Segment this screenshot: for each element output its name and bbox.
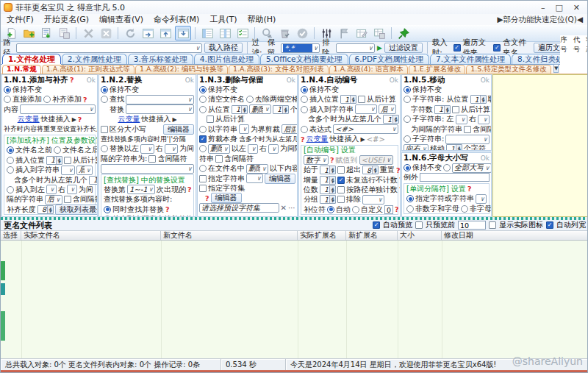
p1-direct-radio[interactable]: [4, 96, 11, 103]
p3-inname-radio[interactable]: [199, 165, 207, 172]
col-new-ext[interactable]: 新扩展名: [346, 231, 398, 240]
p4-exclude-combobox[interactable]: ∨: [362, 195, 384, 205]
p3-specstr-checkbox[interactable]: [199, 175, 207, 182]
filter-apply-icon[interactable]: ▶: [377, 44, 382, 51]
p2-sepvalue-combobox[interactable]: ∨: [101, 164, 194, 174]
p5-left-combobox[interactable]: ∨: [456, 115, 467, 124]
tab-pdf[interactable]: 6.PDF文档属性处理: [349, 54, 429, 64]
p3-preset-combobox[interactable]: 请选择预设字符集: [199, 203, 279, 213]
p3-del2-combobox[interactable]: 删除∨: [208, 144, 230, 154]
p3-editor2-button[interactable]: 编辑器: [211, 193, 242, 203]
exclude-filter-combobox[interactable]: ∨: [336, 43, 375, 53]
help-icon[interactable]: ?: [187, 185, 192, 193]
p5-right-combobox[interactable]: ∨: [478, 115, 490, 124]
p3-keep-radio[interactable]: [199, 86, 207, 93]
p5-sub3-radio[interactable]: [404, 135, 411, 143]
p6-case-combobox[interactable]: 全部大写∨: [452, 163, 492, 173]
p4-over-checkbox[interactable]: [337, 166, 345, 174]
p1-padlen-spinner[interactable]: 8: [37, 205, 54, 214]
subtab-specific[interactable]: 1.S.特定类型文件名修改: [466, 65, 551, 74]
p2-left-combobox[interactable]: ∨: [140, 144, 154, 154]
p1-fromend-checkbox[interactable]: [64, 157, 71, 164]
subtab-pairlist[interactable]: 1.A.高级(3): 文件名对照列表: [229, 65, 329, 74]
p1-pad-radio[interactable]: [43, 96, 51, 103]
help-icon[interactable]: ?: [395, 205, 399, 213]
path-combobox[interactable]: ∨: [16, 43, 201, 53]
tab-file-attr[interactable]: 2.文件属性处理: [62, 54, 127, 64]
col-actual-ext[interactable]: 实际扩展名: [298, 231, 346, 240]
p1-pos-radio[interactable]: [7, 157, 14, 164]
p3-fromend-checkbox[interactable]: [207, 116, 214, 123]
menu-tools[interactable]: 工具(T): [209, 14, 237, 25]
p4-type-combobox[interactable]: 数字∨: [304, 155, 329, 165]
p4-tostr-radio[interactable]: [301, 106, 308, 113]
p4-pos-radio[interactable]: [301, 96, 308, 103]
traverse-folders-checkbox[interactable]: [453, 44, 461, 51]
load-list-icon[interactable]: [38, 26, 54, 40]
help-icon[interactable]: ?: [396, 166, 401, 174]
col-new-name[interactable]: 新文件名: [161, 231, 298, 240]
p3-more-icon[interactable]: ⋯: [288, 204, 295, 212]
help-icon[interactable]: ?: [301, 135, 305, 143]
p4-custom-radio[interactable]: [352, 206, 359, 213]
menu-commands[interactable]: 命令列表(M): [154, 14, 199, 25]
p1-tostr-radio[interactable]: [7, 166, 14, 174]
tab-text-attr[interactable]: 7.文本文件属性处理: [430, 54, 511, 64]
subtab-encode[interactable]: 1.A.高级(2): 编码与转换等: [135, 65, 228, 74]
p3-pos-spinner[interactable]: 1: [232, 105, 248, 114]
menu-view[interactable]: 编辑查看(V): [99, 14, 143, 25]
p6-nonan-radio[interactable]: [406, 205, 414, 213]
show-icon-checkbox[interactable]: [489, 221, 496, 229]
column-view-icon[interactable]: [217, 26, 233, 40]
p2-find-radio[interactable]: [101, 96, 108, 103]
p3-right-combobox[interactable]: ∨: [268, 144, 279, 154]
tab-music-tag[interactable]: 3.音乐标签处理: [128, 54, 193, 64]
subtab-ext[interactable]: 1.E.扩展名修改: [409, 65, 466, 74]
p1-tostr-combobox[interactable]: ∨: [61, 166, 75, 175]
p4-perpath-checkbox[interactable]: [337, 186, 345, 193]
tab-filename[interactable]: 1.文件名处理: [2, 54, 61, 64]
auto-width-checkbox[interactable]: [546, 221, 553, 229]
p2-same-radio[interactable]: [104, 206, 111, 213]
p2-editor-button[interactable]: 编辑器: [163, 124, 194, 135]
quick-locate-toggle[interactable]: ▶部分功能快速定位(Q)◀: [497, 15, 583, 25]
p4-start-spinner[interactable]: 1: [320, 166, 336, 174]
p4-side-combobox[interactable]: 后∨: [379, 104, 396, 114]
tab-image-info[interactable]: 4.图片信息处理: [194, 54, 259, 64]
p1-nth-spinner[interactable]: 1: [89, 176, 98, 185]
p4-cloudvar-link[interactable]: 云变量: [306, 134, 329, 144]
panel-right-icon[interactable]: [140, 26, 156, 40]
menu-rename[interactable]: 开始更名(G): [44, 14, 89, 25]
p3-left-combobox[interactable]: ∨: [248, 144, 258, 154]
help-icon[interactable]: ?: [467, 185, 472, 193]
p4-tostr-combobox[interactable]: ∨: [355, 104, 377, 114]
p4-group-spinner[interactable]: 1: [320, 195, 336, 204]
p3-bystr-combobox[interactable]: ∨: [239, 124, 249, 134]
column-left-icon[interactable]: [199, 26, 215, 40]
filter-settings-button[interactable]: 过滤设置: [384, 43, 423, 53]
auto-preview-checkbox[interactable]: [373, 221, 380, 229]
p3-trim-radio[interactable]: [246, 96, 254, 103]
p3-incsep-checkbox[interactable]: [215, 155, 223, 163]
p3-side-combobox[interactable]: 后面∨: [282, 124, 298, 134]
help-icon[interactable]: ?: [78, 116, 82, 124]
p1-keep-radio[interactable]: [4, 86, 11, 93]
p4-inc-spinner[interactable]: 1: [320, 176, 336, 185]
subtab-regex[interactable]: 1.A.高级(1): 正则表达式等: [42, 65, 135, 74]
p1-content-combobox[interactable]: ∨: [20, 104, 96, 114]
p3-between-radio[interactable]: [199, 145, 207, 152]
flag-icon[interactable]: [336, 26, 352, 40]
p6-spec-radio[interactable]: [406, 195, 414, 202]
minimize-button[interactable]: –: [541, 3, 545, 13]
p4-nth-spinner[interactable]: 1: [383, 115, 399, 124]
preview-first-checkbox[interactable]: [415, 221, 423, 229]
p5-sub1-radio[interactable]: [404, 96, 411, 103]
save-list-icon[interactable]: [56, 26, 72, 40]
p3-editor-button[interactable]: 编辑器: [265, 174, 295, 184]
p2-nth-combobox[interactable]: 1~-1∨: [127, 185, 155, 194]
panel-top-icon[interactable]: [157, 26, 173, 40]
maximize-button[interactable]: □: [555, 3, 562, 13]
p1-pos-spinner[interactable]: 1: [46, 156, 62, 165]
file-list-area[interactable]: [1, 241, 588, 358]
p1-longest-button[interactable]: 获取列表最长: [55, 205, 98, 215]
